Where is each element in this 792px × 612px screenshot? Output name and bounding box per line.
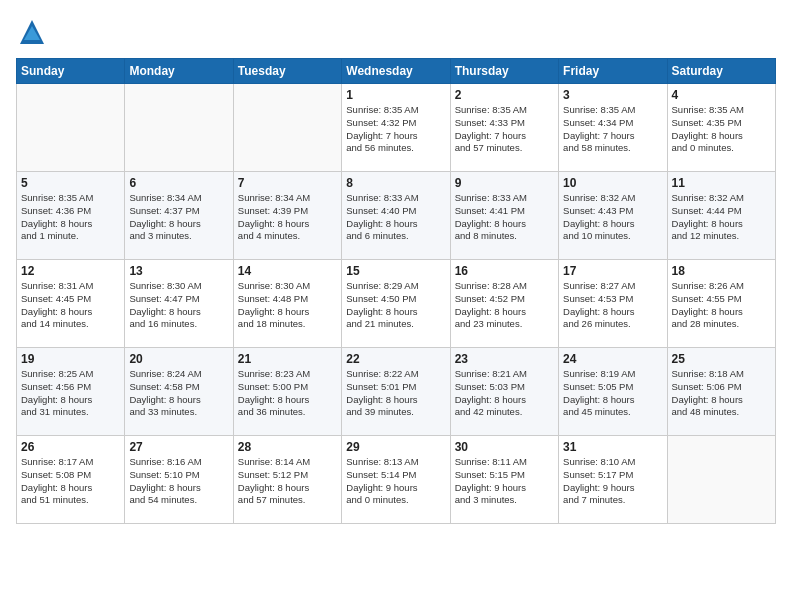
logo-icon [16,16,48,48]
day-info: Sunrise: 8:18 AM Sunset: 5:06 PM Dayligh… [672,368,771,419]
day-number: 7 [238,176,337,190]
calendar-cell: 29Sunrise: 8:13 AM Sunset: 5:14 PM Dayli… [342,436,450,524]
day-number: 31 [563,440,662,454]
calendar-cell: 11Sunrise: 8:32 AM Sunset: 4:44 PM Dayli… [667,172,775,260]
weekday-header-monday: Monday [125,59,233,84]
header [16,16,776,48]
weekday-header-saturday: Saturday [667,59,775,84]
day-info: Sunrise: 8:26 AM Sunset: 4:55 PM Dayligh… [672,280,771,331]
day-number: 2 [455,88,554,102]
day-number: 18 [672,264,771,278]
day-info: Sunrise: 8:35 AM Sunset: 4:34 PM Dayligh… [563,104,662,155]
day-info: Sunrise: 8:34 AM Sunset: 4:39 PM Dayligh… [238,192,337,243]
day-number: 30 [455,440,554,454]
calendar-cell: 1Sunrise: 8:35 AM Sunset: 4:32 PM Daylig… [342,84,450,172]
calendar-cell: 17Sunrise: 8:27 AM Sunset: 4:53 PM Dayli… [559,260,667,348]
calendar-cell [233,84,341,172]
day-info: Sunrise: 8:33 AM Sunset: 4:40 PM Dayligh… [346,192,445,243]
day-number: 20 [129,352,228,366]
calendar-cell: 6Sunrise: 8:34 AM Sunset: 4:37 PM Daylig… [125,172,233,260]
day-number: 28 [238,440,337,454]
day-number: 13 [129,264,228,278]
day-number: 29 [346,440,445,454]
day-info: Sunrise: 8:14 AM Sunset: 5:12 PM Dayligh… [238,456,337,507]
calendar-cell: 5Sunrise: 8:35 AM Sunset: 4:36 PM Daylig… [17,172,125,260]
day-info: Sunrise: 8:35 AM Sunset: 4:32 PM Dayligh… [346,104,445,155]
calendar-week-4: 19Sunrise: 8:25 AM Sunset: 4:56 PM Dayli… [17,348,776,436]
day-info: Sunrise: 8:30 AM Sunset: 4:47 PM Dayligh… [129,280,228,331]
calendar-cell: 9Sunrise: 8:33 AM Sunset: 4:41 PM Daylig… [450,172,558,260]
calendar-cell [17,84,125,172]
day-number: 6 [129,176,228,190]
day-number: 4 [672,88,771,102]
logo [16,16,54,48]
day-info: Sunrise: 8:16 AM Sunset: 5:10 PM Dayligh… [129,456,228,507]
calendar-cell: 3Sunrise: 8:35 AM Sunset: 4:34 PM Daylig… [559,84,667,172]
day-info: Sunrise: 8:31 AM Sunset: 4:45 PM Dayligh… [21,280,120,331]
day-number: 14 [238,264,337,278]
day-info: Sunrise: 8:23 AM Sunset: 5:00 PM Dayligh… [238,368,337,419]
day-info: Sunrise: 8:34 AM Sunset: 4:37 PM Dayligh… [129,192,228,243]
calendar-cell [667,436,775,524]
day-number: 16 [455,264,554,278]
day-info: Sunrise: 8:32 AM Sunset: 4:44 PM Dayligh… [672,192,771,243]
calendar-cell: 2Sunrise: 8:35 AM Sunset: 4:33 PM Daylig… [450,84,558,172]
day-number: 12 [21,264,120,278]
day-info: Sunrise: 8:35 AM Sunset: 4:36 PM Dayligh… [21,192,120,243]
day-info: Sunrise: 8:10 AM Sunset: 5:17 PM Dayligh… [563,456,662,507]
calendar-cell: 10Sunrise: 8:32 AM Sunset: 4:43 PM Dayli… [559,172,667,260]
day-info: Sunrise: 8:29 AM Sunset: 4:50 PM Dayligh… [346,280,445,331]
calendar-cell: 16Sunrise: 8:28 AM Sunset: 4:52 PM Dayli… [450,260,558,348]
day-info: Sunrise: 8:24 AM Sunset: 4:58 PM Dayligh… [129,368,228,419]
calendar-cell: 7Sunrise: 8:34 AM Sunset: 4:39 PM Daylig… [233,172,341,260]
day-info: Sunrise: 8:22 AM Sunset: 5:01 PM Dayligh… [346,368,445,419]
day-number: 10 [563,176,662,190]
calendar-cell: 30Sunrise: 8:11 AM Sunset: 5:15 PM Dayli… [450,436,558,524]
calendar-week-5: 26Sunrise: 8:17 AM Sunset: 5:08 PM Dayli… [17,436,776,524]
weekday-header-thursday: Thursday [450,59,558,84]
calendar-cell: 28Sunrise: 8:14 AM Sunset: 5:12 PM Dayli… [233,436,341,524]
day-number: 24 [563,352,662,366]
weekday-header-wednesday: Wednesday [342,59,450,84]
calendar-table: SundayMondayTuesdayWednesdayThursdayFrid… [16,58,776,524]
calendar-cell: 15Sunrise: 8:29 AM Sunset: 4:50 PM Dayli… [342,260,450,348]
calendar-week-1: 1Sunrise: 8:35 AM Sunset: 4:32 PM Daylig… [17,84,776,172]
page: SundayMondayTuesdayWednesdayThursdayFrid… [0,0,792,612]
calendar-cell: 4Sunrise: 8:35 AM Sunset: 4:35 PM Daylig… [667,84,775,172]
day-info: Sunrise: 8:13 AM Sunset: 5:14 PM Dayligh… [346,456,445,507]
calendar-cell: 26Sunrise: 8:17 AM Sunset: 5:08 PM Dayli… [17,436,125,524]
day-number: 23 [455,352,554,366]
calendar-header-row: SundayMondayTuesdayWednesdayThursdayFrid… [17,59,776,84]
calendar-cell: 20Sunrise: 8:24 AM Sunset: 4:58 PM Dayli… [125,348,233,436]
day-number: 26 [21,440,120,454]
calendar-cell: 27Sunrise: 8:16 AM Sunset: 5:10 PM Dayli… [125,436,233,524]
calendar-cell: 14Sunrise: 8:30 AM Sunset: 4:48 PM Dayli… [233,260,341,348]
calendar-cell: 23Sunrise: 8:21 AM Sunset: 5:03 PM Dayli… [450,348,558,436]
day-number: 25 [672,352,771,366]
day-info: Sunrise: 8:28 AM Sunset: 4:52 PM Dayligh… [455,280,554,331]
day-number: 15 [346,264,445,278]
calendar-cell: 8Sunrise: 8:33 AM Sunset: 4:40 PM Daylig… [342,172,450,260]
calendar-cell: 22Sunrise: 8:22 AM Sunset: 5:01 PM Dayli… [342,348,450,436]
calendar-cell: 18Sunrise: 8:26 AM Sunset: 4:55 PM Dayli… [667,260,775,348]
day-number: 1 [346,88,445,102]
day-info: Sunrise: 8:19 AM Sunset: 5:05 PM Dayligh… [563,368,662,419]
day-info: Sunrise: 8:27 AM Sunset: 4:53 PM Dayligh… [563,280,662,331]
day-info: Sunrise: 8:35 AM Sunset: 4:33 PM Dayligh… [455,104,554,155]
calendar-cell: 19Sunrise: 8:25 AM Sunset: 4:56 PM Dayli… [17,348,125,436]
calendar-cell: 12Sunrise: 8:31 AM Sunset: 4:45 PM Dayli… [17,260,125,348]
calendar-cell [125,84,233,172]
calendar-cell: 13Sunrise: 8:30 AM Sunset: 4:47 PM Dayli… [125,260,233,348]
day-number: 19 [21,352,120,366]
day-number: 17 [563,264,662,278]
weekday-header-sunday: Sunday [17,59,125,84]
day-number: 27 [129,440,228,454]
day-number: 8 [346,176,445,190]
day-number: 9 [455,176,554,190]
day-number: 11 [672,176,771,190]
day-info: Sunrise: 8:11 AM Sunset: 5:15 PM Dayligh… [455,456,554,507]
day-info: Sunrise: 8:32 AM Sunset: 4:43 PM Dayligh… [563,192,662,243]
day-info: Sunrise: 8:21 AM Sunset: 5:03 PM Dayligh… [455,368,554,419]
day-number: 5 [21,176,120,190]
day-number: 21 [238,352,337,366]
